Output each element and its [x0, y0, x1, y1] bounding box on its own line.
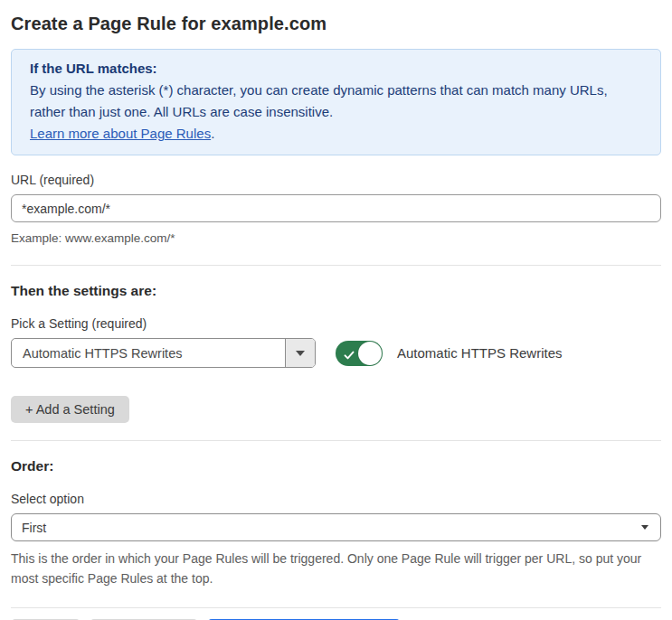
- url-example-helper: Example: www.example.com/*: [11, 229, 661, 248]
- info-box-body: By using the asterisk (*) character, you…: [30, 80, 627, 123]
- page-title: Create a Page Rule for example.com: [11, 13, 661, 34]
- create-page-rule-form: Create a Page Rule for example.com If th…: [0, 0, 672, 620]
- order-section-heading: Order:: [11, 457, 661, 474]
- divider: [11, 440, 661, 441]
- setting-toggle[interactable]: [336, 341, 383, 366]
- setting-toggle-label: Automatic HTTPS Rewrites: [397, 345, 563, 361]
- url-input[interactable]: [11, 194, 661, 222]
- pick-setting-label: Pick a Setting (required): [11, 316, 661, 332]
- setting-dropdown-button[interactable]: [285, 339, 315, 367]
- info-box-heading: If the URL matches:: [30, 58, 642, 80]
- setting-picker[interactable]: Automatic HTTPS Rewrites: [11, 338, 316, 368]
- setting-picker-value: Automatic HTTPS Rewrites: [12, 339, 285, 367]
- check-icon: [344, 348, 355, 364]
- setting-row: Automatic HTTPS Rewrites Automatic HTTPS…: [11, 338, 661, 368]
- url-label: URL (required): [11, 173, 661, 188]
- order-select-value: First: [22, 521, 46, 535]
- url-matches-info-box: If the URL matches: By using the asteris…: [11, 49, 661, 155]
- divider: [11, 265, 661, 266]
- toggle-knob: [358, 342, 382, 365]
- select-option-label: Select option: [11, 492, 661, 507]
- order-helper-text: This is the order in which your Page Rul…: [11, 549, 661, 588]
- add-setting-button[interactable]: + Add a Setting: [11, 396, 129, 423]
- divider: [11, 607, 661, 608]
- link-suffix: .: [211, 126, 214, 141]
- settings-section-heading: Then the settings are:: [11, 282, 661, 299]
- learn-more-link[interactable]: Learn more about Page Rules: [30, 126, 211, 141]
- chevron-down-icon: [641, 525, 648, 530]
- dropdown-arrow-icon: [296, 351, 305, 356]
- order-select[interactable]: First: [11, 513, 661, 541]
- info-box-link-line: Learn more about Page Rules.: [30, 123, 642, 145]
